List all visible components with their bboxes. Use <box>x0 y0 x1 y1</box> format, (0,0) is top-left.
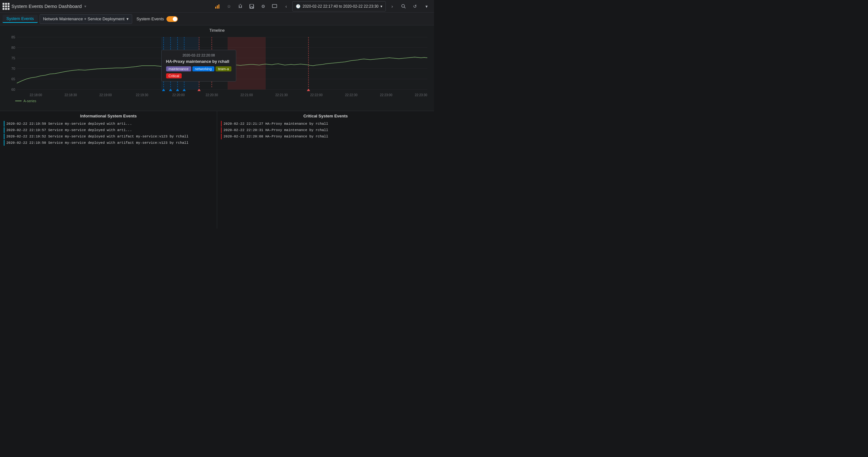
svg-rect-3 <box>272 4 277 8</box>
svg-text:22:23:30: 22:23:30 <box>415 93 427 97</box>
list-item[interactable]: 2020-02-22 22:19:57 Service my-service d… <box>4 127 213 133</box>
svg-text:60: 60 <box>11 88 15 91</box>
next-icon[interactable]: › <box>387 1 397 11</box>
monitor-icon[interactable] <box>270 1 280 11</box>
prev-icon[interactable]: ‹ <box>281 1 291 11</box>
tag-networking: networking <box>192 66 214 72</box>
time-range-text: 2020-02-22 22:17:40 to 2020-02-22 22:23:… <box>303 4 378 8</box>
toggle-text: System Events <box>136 17 164 21</box>
topbar: System Events Demo Dashboard ▾ ☆ ⚙ ‹ 🕐 2… <box>0 0 434 13</box>
topbar-icons: ☆ ⚙ ‹ 🕐 2020-02-22 22:17:40 to 2020-02-2… <box>212 1 431 11</box>
title-chevron[interactable]: ▾ <box>84 4 86 8</box>
svg-text:22:21:30: 22:21:30 <box>276 93 288 97</box>
critical-panel: Critical System Events 2020-02-22 22:21:… <box>217 111 434 229</box>
info-event-list: 2020-02-22 22:19:59 Service my-service d… <box>4 121 213 146</box>
legend-line <box>15 101 22 101</box>
scenario-dropdown[interactable]: Network Maintenance + Service Deployment… <box>40 14 132 24</box>
system-events-toggle[interactable] <box>166 16 178 22</box>
app-title: System Events Demo Dashboard <box>11 3 82 9</box>
tag-critical: Critical <box>166 73 182 78</box>
critical-event-list: 2020-02-22 22:21:27 HA-Proxy maintenance… <box>221 121 430 139</box>
refresh-icon[interactable]: ↺ <box>410 1 420 11</box>
svg-text:22:20:00: 22:20:00 <box>173 93 185 97</box>
list-item[interactable]: 2020-02-22 22:20:08 HA-Proxy maintenance… <box>221 134 430 139</box>
info-panel: Informational System Events 2020-02-22 2… <box>0 111 217 229</box>
svg-text:65: 65 <box>11 77 15 81</box>
svg-text:22:18:00: 22:18:00 <box>30 93 42 97</box>
tag-maintenance: maintenance <box>166 66 191 72</box>
critical-panel-title: Critical System Events <box>221 114 430 118</box>
save-icon[interactable] <box>247 1 257 11</box>
svg-text:22:22:30: 22:22:30 <box>345 93 358 97</box>
tooltip-title: HA-Proxy maintenance by rchall <box>166 59 231 64</box>
svg-text:22:19:30: 22:19:30 <box>136 93 148 97</box>
svg-text:22:20:30: 22:20:30 <box>206 93 218 97</box>
grafana-icon <box>3 3 9 10</box>
share-icon[interactable] <box>235 1 245 11</box>
search-icon[interactable] <box>399 1 409 11</box>
main-content: Timeline 85 80 75 70 65 60 22:18:00 22:1… <box>0 25 434 229</box>
time-range-button[interactable]: 🕐 2020-02-22 22:17:40 to 2020-02-22 22:2… <box>292 1 386 11</box>
svg-text:75: 75 <box>11 56 15 60</box>
scenario-chevron: ▾ <box>126 17 129 21</box>
svg-point-4 <box>402 4 405 7</box>
svg-text:22:23:00: 22:23:00 <box>380 93 393 97</box>
chart-legend: A-series <box>3 99 431 103</box>
legend-label: A-series <box>24 99 36 103</box>
chart-area[interactable]: 85 80 75 70 65 60 22:18:00 22:18:30 22:1… <box>3 34 431 104</box>
info-panel-title: Informational System Events <box>4 114 213 118</box>
star-icon[interactable]: ☆ <box>224 1 234 11</box>
bar-chart-icon[interactable] <box>212 1 222 11</box>
list-item[interactable]: 2020-02-22 22:19:50 Service my-service d… <box>4 140 213 146</box>
svg-rect-2 <box>218 4 219 8</box>
svg-text:22:21:00: 22:21:00 <box>241 93 253 97</box>
chart-container: Timeline 85 80 75 70 65 60 22:18:00 22:1… <box>0 25 434 111</box>
chart-title: Timeline <box>3 28 431 33</box>
svg-marker-43 <box>307 89 310 91</box>
list-item[interactable]: 2020-02-22 22:19:59 Service my-service d… <box>4 121 213 126</box>
toggle-knob <box>173 17 177 21</box>
tooltip-critical-row: Critical <box>166 73 231 78</box>
tooltip-time: 2020-02-22 22:20:08 <box>166 53 231 57</box>
svg-text:70: 70 <box>11 67 15 70</box>
tag-team: team-a <box>216 66 231 72</box>
list-item[interactable]: 2020-02-22 22:19:52 Service my-service d… <box>4 134 213 139</box>
tooltip-tags: maintenance networking team-a <box>166 66 231 72</box>
list-item[interactable]: 2020-02-22 22:20:31 HA-Proxy maintenance… <box>221 127 430 133</box>
tab-system-events[interactable]: System Events <box>3 15 38 23</box>
svg-text:22:19:00: 22:19:00 <box>99 93 112 97</box>
toggle-container: System Events <box>136 16 178 22</box>
app-logo: System Events Demo Dashboard ▾ <box>3 3 86 10</box>
refresh-chevron-icon[interactable]: ▾ <box>421 1 431 11</box>
bottom-panels: Informational System Events 2020-02-22 2… <box>0 111 434 229</box>
scenario-label: Network Maintenance + Service Deployment <box>43 17 125 21</box>
time-range-chevron: ▾ <box>380 4 382 8</box>
svg-rect-1 <box>217 5 218 8</box>
svg-rect-0 <box>215 7 216 8</box>
settings-icon[interactable]: ⚙ <box>258 1 268 11</box>
svg-text:22:18:30: 22:18:30 <box>65 93 77 97</box>
list-item[interactable]: 2020-02-22 22:21:27 HA-Proxy maintenance… <box>221 121 430 126</box>
tooltip: 2020-02-22 22:20:08 HA-Proxy maintenance… <box>161 50 236 82</box>
svg-text:22:22:00: 22:22:00 <box>310 93 323 97</box>
toolbar: System Events Network Maintenance + Serv… <box>0 13 434 25</box>
svg-text:80: 80 <box>11 46 15 50</box>
svg-text:85: 85 <box>11 35 15 39</box>
